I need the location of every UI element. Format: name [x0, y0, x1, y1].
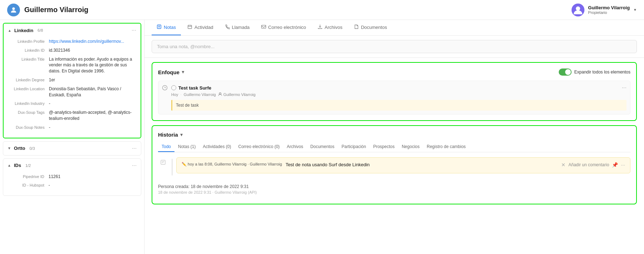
task-header-row: Test task Surfe ···	[171, 85, 627, 91]
tab-llamada[interactable]: Llamada	[220, 20, 255, 35]
historia-tab-registro[interactable]: Registro de cambios	[423, 142, 469, 152]
note-pin-icon[interactable]: 📌	[612, 162, 618, 168]
pipedrive-id-value: 11261	[49, 174, 137, 180]
historia-tab-archivos[interactable]: Archivos	[283, 142, 307, 152]
historia-header: Historia ▼	[158, 132, 630, 138]
linkedin-degree-value: 1er	[49, 77, 136, 83]
hubspot-id-value: -	[49, 182, 137, 188]
actividad-icon	[187, 24, 192, 30]
historia-tab-correo-label: Correo electrónico (0)	[238, 144, 280, 149]
correo-icon	[261, 24, 266, 30]
note-entry-text: Test de nota usando Surf desde Linkedin	[285, 162, 370, 167]
historia-tab-participacion[interactable]: Participación	[338, 142, 370, 152]
historia-tab-documentos[interactable]: Documentos	[307, 142, 338, 152]
task-meta: Hoy · Guillermo Vilarroig Guillermo Vila…	[171, 92, 627, 97]
historia-tab-registro-label: Registro de cambios	[427, 144, 466, 149]
historia-chevron-icon[interactable]: ▼	[179, 132, 184, 137]
ortto-section-title: Ortto	[14, 146, 25, 151]
avatar	[7, 4, 20, 16]
note-dots-icon[interactable]: ···	[621, 162, 625, 168]
historia-tab-archivos-label: Archivos	[287, 144, 303, 149]
svg-point-2	[576, 6, 580, 11]
note-entry-wrapper: ✏️ hoy a las 8:08, Guillermo Vilarroig ·…	[158, 157, 630, 177]
historia-tab-notas[interactable]: Notas (1)	[174, 142, 199, 152]
ids-section-dots[interactable]: ···	[132, 162, 137, 169]
creation-meta: 18 de noviembre de 2022 9:31 · Guillermo…	[158, 190, 630, 194]
tab-correo-label: Correo electrónico	[268, 25, 306, 30]
linkedin-section-count: 6/8	[37, 28, 43, 32]
dux-soup-notes-label: Dux-Soup Notes	[8, 125, 49, 130]
hubspot-id-label: ID - Hubspot	[7, 182, 49, 188]
tab-archivos[interactable]: Archivos	[313, 20, 348, 35]
svg-rect-3	[157, 25, 161, 29]
linkedin-section-header-left: ▲ Linkedin 6/8	[8, 28, 43, 33]
linkedin-profile-link[interactable]: https://www.linkedin.com/in/guillermov..…	[49, 39, 124, 44]
enfoque-chevron-icon[interactable]: ▼	[181, 70, 185, 75]
historia-tab-prospectos[interactable]: Prospectos	[370, 142, 398, 152]
task-body: Test de task	[171, 100, 627, 111]
linkedin-section: ▲ Linkedin 6/8 ··· LinkedIn Profile http…	[3, 23, 141, 138]
tab-actividad[interactable]: Actividad	[182, 20, 218, 35]
note-input-area: Toma una nota, @nombre...	[144, 36, 644, 58]
ortto-section-dots[interactable]: ···	[132, 145, 137, 152]
ortto-section-header[interactable]: ▼ Ortto 0/3 ···	[3, 142, 141, 155]
enfoque-section: Enfoque ▼ Expandir todos los elementos	[152, 62, 637, 121]
linkedin-title-label: LinkedIn Title	[8, 56, 49, 62]
page-title: Guillermo Vilarroig	[24, 6, 88, 14]
ortto-chevron-icon: ▼	[7, 146, 11, 150]
tab-documentos-label: Documentos	[361, 25, 387, 30]
linkedin-section-header[interactable]: ▲ Linkedin 6/8 ···	[4, 24, 141, 37]
header: Guillermo Vilarroig Guillermo Vilarroig …	[0, 0, 644, 20]
note-close-icon[interactable]: ✕	[561, 162, 566, 168]
task-dots-icon[interactable]: ···	[622, 85, 627, 91]
task-user: Guillermo Vilarroig	[184, 92, 216, 97]
note-entry-meta: ✏️ hoy a las 8:08, Guillermo Vilarroig ·…	[182, 162, 282, 167]
tab-archivos-label: Archivos	[325, 25, 343, 30]
linkedin-industry-value: -	[49, 101, 136, 107]
linkedin-id-label: LinkedIn ID	[8, 47, 49, 53]
historia-tab-documentos-label: Documentos	[310, 144, 334, 149]
historia-tab-notas-label: Notas (1)	[178, 144, 196, 149]
note-border-bar	[172, 159, 173, 176]
ids-header-left: ▲ IDs 1/2	[7, 163, 31, 168]
historia-tab-todo[interactable]: Todo	[158, 142, 174, 152]
dux-soup-tags-row: Dux-Soup Tags @-analytics-tealium-accept…	[8, 110, 136, 122]
note-icon-wrapper	[158, 157, 168, 167]
linkedin-location-row: LinkedIn Location Donostia-San Sebastián…	[8, 86, 136, 98]
add-comment-button[interactable]: Añadir un comentario	[568, 162, 609, 167]
historia-tabs: Todo Notas (1) Actividades (0) Correo el…	[158, 142, 630, 152]
ids-section-count: 1/2	[25, 163, 31, 168]
expand-toggle[interactable]	[559, 68, 572, 76]
linkedin-section-title: Linkedin	[14, 28, 33, 33]
tabs-bar: Notas Actividad Llamada	[144, 20, 644, 36]
historia-tab-actividades-label: Actividades (0)	[203, 144, 231, 149]
linkedin-profile-value[interactable]: https://www.linkedin.com/in/guillermov..…	[49, 39, 136, 45]
linkedin-location-label: LinkedIn Location	[8, 86, 49, 92]
header-user-role: Propietario	[588, 10, 630, 15]
ids-section-header[interactable]: ▲ IDs 1/2 ···	[3, 159, 141, 172]
note-entry-actions: ✕ Añadir un comentario 📌 ···	[561, 162, 625, 168]
linkedin-chevron-icon: ▲	[8, 29, 11, 32]
tab-notas[interactable]: Notas	[152, 20, 181, 35]
creation-title: Persona creada: 18 de noviembre de 2022 …	[158, 184, 630, 189]
task-checkbox[interactable]	[171, 85, 176, 90]
toggle-knob	[565, 69, 571, 75]
documentos-icon	[354, 24, 359, 30]
historia-tab-prospectos-label: Prospectos	[373, 144, 395, 149]
note-entry: ✏️ hoy a las 8:08, Guillermo Vilarroig ·…	[176, 157, 630, 173]
historia-tab-actividades[interactable]: Actividades (0)	[199, 142, 234, 152]
linkedin-title-value: La información es poder. Ayudo a equipos…	[49, 56, 136, 74]
enfoque-title-text: Enfoque	[158, 69, 179, 75]
tab-documentos[interactable]: Documentos	[349, 20, 392, 35]
linkedin-section-dots[interactable]: ···	[132, 27, 136, 34]
historia-tab-correo[interactable]: Correo electrónico (0)	[235, 142, 283, 152]
linkedin-degree-label: LinkedIn Degree	[8, 77, 49, 83]
right-content: Notas Actividad Llamada	[144, 20, 644, 254]
llamada-icon	[225, 24, 230, 30]
historia-section: Historia ▼ Todo Notas (1) Actividades (0…	[152, 125, 637, 204]
historia-tab-negocios[interactable]: Negocios	[398, 142, 423, 152]
header-chevron-icon[interactable]: ▼	[633, 8, 637, 12]
tab-correo[interactable]: Correo electrónico	[256, 20, 311, 35]
note-input[interactable]: Toma una nota, @nombre...	[152, 40, 637, 53]
svg-rect-10	[261, 25, 265, 29]
